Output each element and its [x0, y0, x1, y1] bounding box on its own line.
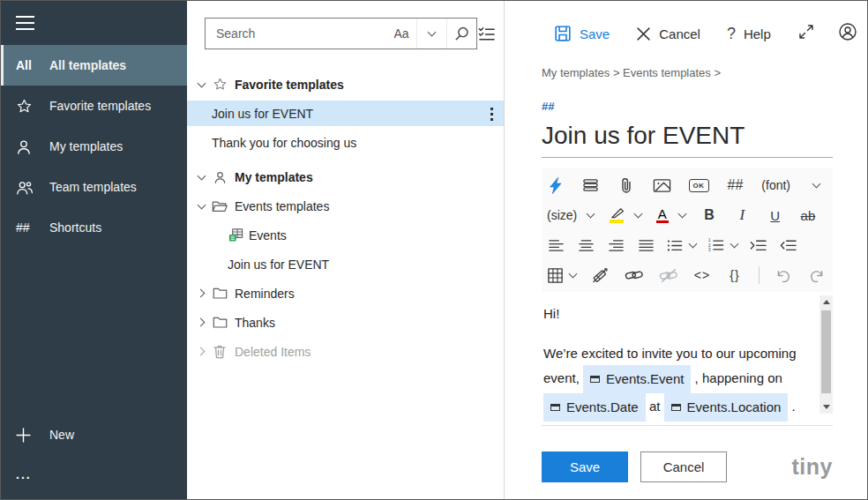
tree-group-my-templates[interactable]: My templates [187, 164, 504, 190]
align-right-icon [608, 239, 625, 252]
insert-image-button[interactable] [653, 173, 671, 198]
kebab-menu-icon[interactable] [490, 108, 493, 123]
font-size-select[interactable]: (size) [547, 208, 594, 222]
tree-item-join-us-selected[interactable]: Join us for EVENT [187, 101, 504, 126]
indent-icon [750, 239, 767, 252]
source-code-button[interactable]: <> [693, 263, 711, 287]
chevron-down-icon [569, 270, 578, 279]
sidebar-item-all-templates[interactable]: All All templates [1, 45, 187, 86]
remove-link-button[interactable] [659, 263, 678, 287]
tree-group-favorites[interactable]: Favorite templates [187, 71, 504, 97]
undo-button[interactable] [774, 263, 792, 287]
indent-button[interactable] [750, 233, 767, 257]
align-justify-button[interactable] [637, 233, 655, 257]
quick-insert-button[interactable] [547, 173, 565, 198]
hamburger-menu-icon[interactable] [1, 1, 187, 45]
bullet-list-button[interactable] [667, 239, 696, 252]
tree-item-thank-you[interactable]: Thank you for choosing us [187, 130, 504, 155]
numbered-list-button[interactable]: 123 [708, 238, 737, 252]
merge-field-event[interactable]: Events.Event [583, 365, 691, 393]
footer-divider [542, 425, 833, 426]
align-right-button[interactable] [607, 233, 625, 257]
new-template-button[interactable]: New [1, 414, 187, 455]
editor-content-area[interactable]: Hi! We’re excited to invite you to our u… [542, 292, 833, 410]
people-icon [16, 179, 37, 196]
breadcrumb[interactable]: My templates > Events templates > [542, 66, 868, 79]
shortcut-hash-link[interactable]: ## [542, 100, 554, 113]
italic-button[interactable]: I [733, 203, 751, 228]
chevron-down-icon [587, 210, 595, 219]
strikethrough-button[interactable]: ab [799, 203, 817, 228]
align-left-button[interactable] [547, 233, 565, 257]
cancel-button[interactable]: Cancel [636, 26, 700, 41]
merge-tags-button[interactable]: {} [726, 263, 744, 287]
clear-formatting-button[interactable] [591, 263, 610, 287]
font-color-button[interactable]: A [656, 208, 685, 223]
redo-icon [808, 268, 825, 283]
scrollbar-thumb[interactable] [821, 310, 831, 393]
bullet-list-icon [667, 239, 683, 252]
chevron-right-icon[interactable] [194, 348, 208, 354]
text-blocks-button[interactable] [582, 173, 600, 198]
scroll-down-arrow[interactable] [823, 400, 830, 414]
outdent-button[interactable] [780, 233, 797, 257]
tiny-brand-logo[interactable]: tiny [792, 454, 833, 480]
sidebar-item-label: All templates [49, 58, 126, 72]
help-button[interactable]: ? Help [727, 25, 771, 43]
underline-button[interactable]: U [767, 203, 784, 228]
save-button[interactable]: Save [554, 25, 610, 42]
sidebar-item-team-templates[interactable]: Team templates [1, 167, 187, 207]
expand-button[interactable] [797, 23, 815, 44]
greeting-line: Hi! [543, 304, 810, 323]
editor-toolbar: OK ## (font) (size) [542, 168, 833, 292]
merge-field-location[interactable]: Events.Location [664, 393, 789, 422]
chevron-down-icon[interactable] [194, 175, 208, 179]
search-input[interactable] [206, 19, 386, 49]
tree-folder-reminders[interactable]: Reminders [187, 280, 504, 306]
toolbar-more-chevron[interactable] [808, 173, 826, 198]
scrollbar-track[interactable] [819, 309, 833, 400]
attachment-button[interactable] [617, 173, 635, 198]
sidebar-item-label: My templates [49, 139, 123, 153]
multiselect-button[interactable] [477, 25, 496, 42]
sidebar-item-shortcuts[interactable]: ## Shortcuts [1, 207, 187, 248]
insert-button-button[interactable]: OK [689, 173, 709, 198]
match-case-button[interactable]: Aa [386, 19, 416, 49]
account-button[interactable] [838, 22, 857, 45]
insert-link-button[interactable] [625, 263, 644, 287]
scroll-up-arrow[interactable] [823, 295, 830, 309]
footer-cancel-button[interactable]: Cancel [640, 451, 727, 482]
align-center-button[interactable] [577, 233, 595, 257]
tree-folder-events-templates[interactable]: Events templates [187, 193, 504, 219]
tree-folder-deleted-items[interactable]: Deleted Items [187, 339, 504, 364]
chevron-down-icon[interactable] [194, 205, 208, 208]
font-color-icon: A [656, 208, 669, 223]
search-button[interactable] [446, 19, 476, 49]
font-family-select[interactable]: (font) [761, 178, 790, 192]
search-options-chevron[interactable] [416, 19, 446, 49]
footer-save-button[interactable]: Save [542, 451, 628, 482]
outdent-icon [780, 239, 797, 252]
tree-item-join-us-event[interactable]: Join us for EVENT [187, 251, 504, 277]
chevron-right-icon[interactable] [194, 319, 208, 325]
chevron-down-icon[interactable] [194, 83, 208, 86]
tree-folder-thanks[interactable]: Thanks [187, 310, 504, 335]
merge-field-icon [550, 404, 560, 411]
svg-text:3: 3 [708, 248, 711, 252]
bold-button[interactable]: B [700, 203, 718, 228]
shortcut-insert-button[interactable]: ## [726, 173, 744, 198]
highlight-color-button[interactable] [610, 207, 641, 223]
stacked-lines-icon [582, 177, 599, 193]
template-title-field[interactable]: Join us for EVENT [542, 122, 833, 158]
more-options-button[interactable]: ... [1, 455, 187, 494]
tree-item-events-sheet[interactable]: Events [187, 222, 504, 248]
editor-scrollbar[interactable] [819, 295, 833, 414]
sidebar-item-favorite-templates[interactable]: Favorite templates [1, 86, 187, 126]
redo-button[interactable] [807, 263, 825, 287]
sidebar-item-my-templates[interactable]: My templates [1, 126, 187, 167]
undo-icon [775, 268, 792, 283]
merge-field-date[interactable]: Events.Date [543, 393, 646, 422]
body-paragraph: We’re excited to invite you to our upcom… [543, 341, 810, 422]
table-button[interactable] [547, 267, 576, 284]
chevron-right-icon[interactable] [194, 290, 208, 296]
